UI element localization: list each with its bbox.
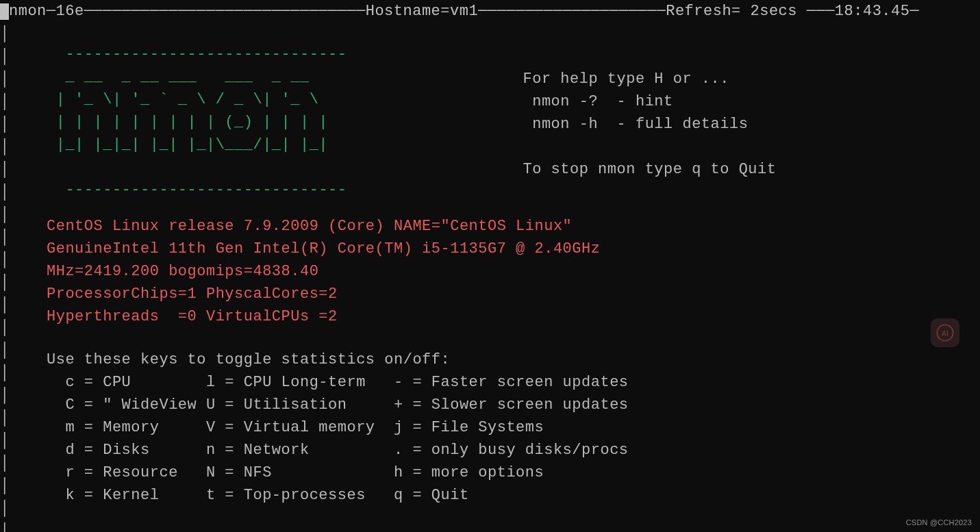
hostname-label: Hostname= xyxy=(366,3,450,20)
keys-title: Use these keys to toggle statistics on/o… xyxy=(47,351,450,368)
cpu-model: GenuineIntel 11th Gen Intel(R) Core(TM) … xyxy=(47,240,600,257)
time-value: 18:43.45 xyxy=(835,3,910,20)
key-row: C = " WideView U = Utilisation + = Slowe… xyxy=(47,396,629,414)
ai-badge-icon: AI xyxy=(931,318,959,347)
refresh-value: 2secs xyxy=(751,3,798,20)
help-line-1: For help type H or ... xyxy=(523,71,729,88)
key-row: m = Memory V = Virtual memory j = File S… xyxy=(47,419,544,436)
program-version: 16e xyxy=(56,3,84,20)
hyperthreads: Hyperthreads =0 VirtualCPUs =2 xyxy=(47,308,338,325)
key-row: r = Resource N = NFS h = more options xyxy=(47,464,544,481)
refresh-label: Refresh= xyxy=(666,3,750,20)
help-text: For help type H or ... nmon -? - hint nm… xyxy=(523,68,777,181)
key-row: c = CPU l = CPU Long-term - = Faster scr… xyxy=(47,374,629,391)
key-row: d = Disks n = Network . = only busy disk… xyxy=(47,442,629,459)
nmon-logo: ------------------------------ _ __ _ __… xyxy=(47,43,441,201)
header-bar: nmon─16e──────────────────────────────Ho… xyxy=(0,0,980,23)
os-release: CentOS Linux release 7.9.2009 (Core) NAM… xyxy=(47,218,572,235)
key-legend: Use these keys to toggle statistics on/o… xyxy=(5,328,980,507)
hostname-value: vm1 xyxy=(450,3,478,20)
help-line-3: nmon -h - full details xyxy=(523,116,749,133)
watermark-text: CSDN @CCH2023 xyxy=(906,517,972,529)
main-content: ------------------------------ _ __ _ __… xyxy=(0,23,980,507)
help-line-4: To stop nmon type q to Quit xyxy=(523,161,777,178)
svg-text:AI: AI xyxy=(942,329,948,338)
processor-chips: ProcessorChips=1 PhyscalCores=2 xyxy=(47,286,338,303)
system-info: CentOS Linux release 7.9.2009 (Core) NAM… xyxy=(5,201,980,328)
left-border: │ │ │ │ │ │ │ │ │ │ │ │ │ │ │ │ │ │ │ │ … xyxy=(0,0,9,532)
help-line-2: nmon -? - hint xyxy=(523,93,673,110)
program-name: nmon xyxy=(9,3,47,20)
key-row: k = Kernel t = Top-processes q = Quit xyxy=(47,487,469,504)
cpu-mhz: MHz=2419.200 bogomips=4838.40 xyxy=(47,263,318,280)
